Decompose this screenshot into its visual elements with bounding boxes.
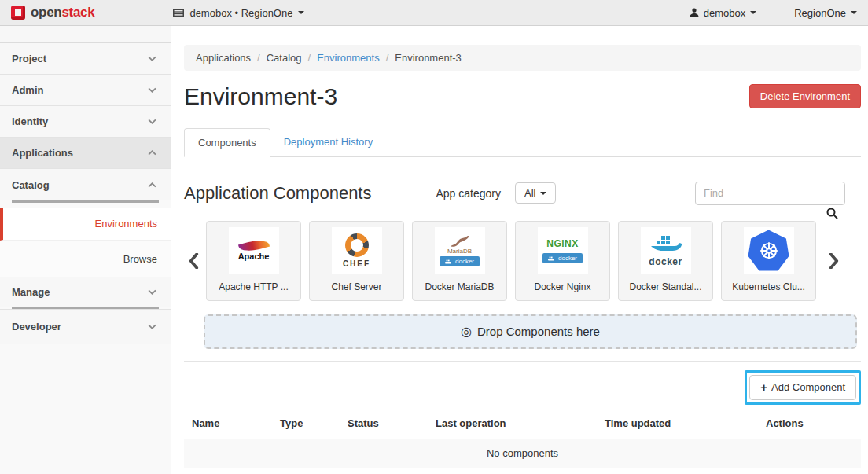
chevron-down-icon [148, 289, 156, 295]
chef-logo: CHEF [332, 227, 382, 274]
components-header: Application Components App category All [184, 182, 861, 205]
add-component-row: Add Component [184, 370, 861, 405]
mariadb-logo-text: MariaDB [447, 248, 472, 255]
app-card-apache[interactable]: Apache Apache HTTP ... [206, 221, 301, 301]
caret-down-icon [851, 11, 857, 14]
logo-open-text: open [31, 5, 61, 20]
app-category-label: App category [436, 187, 501, 200]
sidebar-item-label: Environments [95, 218, 157, 230]
app-card-label: Docker Nginx [534, 281, 590, 292]
search-icon[interactable] [826, 208, 838, 219]
sidebar-item-admin[interactable]: Admin [0, 75, 171, 106]
drop-target-icon [461, 324, 472, 339]
page-title: Environment-3 [184, 84, 337, 109]
drop-components-zone[interactable]: Drop Components here [204, 314, 857, 349]
sidebar-top-strip [0, 26, 171, 43]
app-card-docker-mariadb[interactable]: MariaDB docker Docker MariaDB [412, 221, 507, 301]
breadcrumb-catalog: Catalog [267, 52, 302, 64]
breadcrumb-separator [302, 52, 318, 64]
chevron-down-icon [148, 119, 156, 124]
sidebar-item-manage[interactable]: Manage [0, 277, 171, 307]
sidebar-item-project[interactable]: Project [0, 43, 171, 75]
list-icon [173, 9, 184, 17]
sidebar-item-label: Applications [12, 147, 73, 159]
sidebar-item-environments[interactable]: Environments [0, 208, 171, 241]
empty-row: No components [184, 439, 861, 468]
column-header-name: Name [184, 409, 272, 439]
chevron-left-icon [189, 253, 199, 269]
app-category-value: All [524, 187, 535, 199]
sidebar-item-label: Catalog [12, 179, 50, 191]
app-card-chef[interactable]: CHEF Chef Server [309, 221, 404, 301]
sidebar-item-browse[interactable]: Browse [0, 241, 171, 277]
breadcrumb: Applications Catalog Environments Enviro… [184, 45, 861, 71]
tab-deployment-history[interactable]: Deployment History [270, 128, 386, 156]
breadcrumb-environments-link[interactable]: Environments [317, 52, 379, 64]
sidebar-item-label: Manage [12, 286, 50, 298]
sidebar-item-label: Browse [123, 253, 157, 265]
user-menu-label: demobox [704, 7, 745, 19]
sidebar-item-applications[interactable]: Applications [0, 138, 171, 169]
mariadb-seal-icon [449, 235, 471, 247]
docker-logo: docker [641, 227, 691, 274]
delete-environment-button[interactable]: Delete Environment [749, 84, 861, 108]
sidebar-item-identity[interactable]: Identity [0, 106, 171, 138]
chevron-down-icon [148, 324, 156, 329]
carousel-next-button[interactable] [824, 221, 843, 301]
add-component-label: Add Component [771, 381, 845, 393]
user-menu[interactable]: demobox [690, 7, 756, 19]
carousel-prev-button[interactable] [184, 221, 203, 301]
column-header-last-operation: Last operation [428, 409, 597, 439]
logo-stack-text: stack [61, 5, 94, 20]
sidebar-item-catalog[interactable]: Catalog [0, 169, 171, 200]
add-component-button[interactable]: Add Component [749, 375, 856, 400]
table-header-row: Name Type Status Last operation Time upd… [184, 409, 861, 439]
find-input[interactable] [695, 182, 845, 205]
breadcrumb-current: Environment-3 [395, 52, 462, 64]
tab-bar: Components Deployment History [184, 128, 861, 157]
app-card-label: Docker Standal... [629, 281, 701, 292]
plus-icon [760, 381, 767, 394]
dropzone-text: Drop Components here [477, 325, 600, 338]
chevron-up-icon [148, 150, 156, 156]
app-card-label: Docker MariaDB [425, 281, 494, 292]
openstack-logo[interactable]: openstack [11, 5, 94, 20]
chevron-down-icon [148, 87, 156, 93]
sidebar-item-label: Admin [12, 84, 43, 96]
region-menu[interactable]: RegionOne [794, 7, 857, 19]
top-bar: openstack demobox • RegionOne demobox Re… [0, 0, 868, 26]
column-header-actions: Actions [758, 409, 861, 439]
apache-logo-text: Apache [238, 252, 270, 261]
docker-whale-icon [445, 259, 453, 264]
page-header: Environment-3 Delete Environment [184, 84, 861, 109]
docker-badge: docker [440, 256, 480, 266]
openstack-logo-text: openstack [31, 5, 94, 20]
app-card-docker-nginx[interactable]: NGiNX docker Docker Nginx [515, 221, 610, 301]
column-header-time-updated: Time updated [597, 409, 758, 439]
person-icon [690, 8, 699, 17]
sidebar-item-developer[interactable]: Developer [0, 309, 171, 344]
docker-badge-text: docker [558, 255, 577, 262]
openstack-logo-icon [11, 6, 25, 20]
sidebar-item-label: Identity [12, 116, 48, 127]
kubernetes-heptagon-icon [748, 230, 789, 271]
highlight-box: Add Component [745, 370, 861, 405]
project-context-switcher[interactable]: demobox • RegionOne [173, 7, 304, 19]
context-label: demobox • RegionOne [189, 7, 292, 19]
kubernetes-logo [744, 227, 794, 274]
nginx-logo: NGiNX docker [538, 227, 588, 274]
app-card-label: Kubernetes Clu... [732, 281, 805, 292]
main-content: Applications Catalog Environments Enviro… [171, 26, 868, 474]
app-category-dropdown[interactable]: All [515, 182, 556, 204]
section-divider [184, 361, 861, 362]
breadcrumb-separator [251, 52, 267, 64]
sidebar-item-label: Project [12, 53, 46, 64]
docker-whale-icon [649, 234, 682, 256]
docker-whale-icon [548, 255, 556, 261]
app-card-kubernetes[interactable]: Kubernetes Clu... [721, 221, 816, 301]
components-carousel: Apache Apache HTTP ... CHEF Chef Server … [184, 221, 861, 301]
components-table: Name Type Status Last operation Time upd… [184, 409, 861, 468]
caret-down-icon [298, 11, 304, 14]
tab-components[interactable]: Components [184, 128, 270, 157]
app-card-docker-standalone[interactable]: docker Docker Standal... [618, 221, 713, 301]
